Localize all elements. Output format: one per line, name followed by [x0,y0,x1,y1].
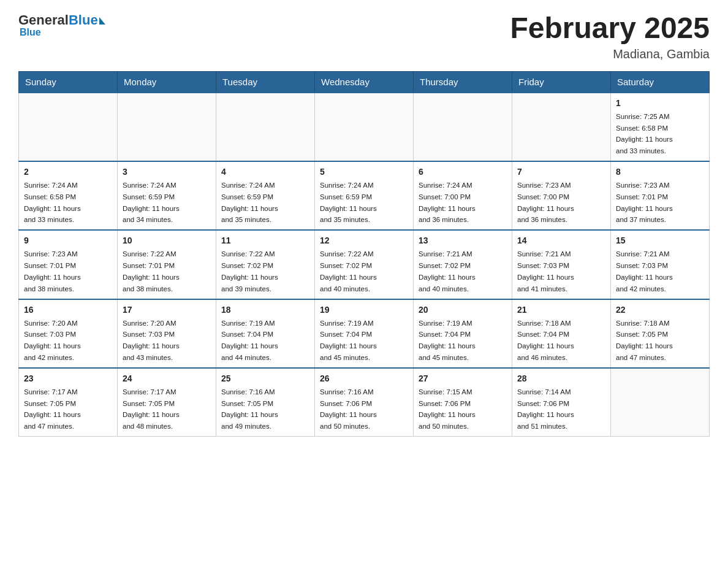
logo: General Blue Blue [18,12,105,38]
logo-arrow-icon [99,17,105,25]
day-info: Sunrise: 7:23 AMSunset: 7:00 PMDaylight:… [517,182,574,223]
day-info: Sunrise: 7:19 AMSunset: 7:04 PMDaylight:… [221,320,278,361]
day-info: Sunrise: 7:19 AMSunset: 7:04 PMDaylight:… [320,320,377,361]
day-header-saturday: Saturday [611,71,710,93]
day-number: 11 [221,234,309,247]
day-number: 26 [320,372,408,385]
calendar-cell: 6Sunrise: 7:24 AMSunset: 7:00 PMDaylight… [414,161,512,230]
month-title: February 2025 [510,12,710,45]
title-block: February 2025 Madiana, Gambia [510,12,710,61]
calendar-cell: 8Sunrise: 7:23 AMSunset: 7:01 PMDaylight… [611,161,710,230]
day-number: 18 [221,304,309,316]
day-info: Sunrise: 7:15 AMSunset: 7:06 PMDaylight:… [419,388,476,430]
day-info: Sunrise: 7:24 AMSunset: 7:00 PMDaylight:… [419,182,476,223]
calendar-cell: 20Sunrise: 7:19 AMSunset: 7:04 PMDayligh… [414,299,512,368]
calendar-cell: 14Sunrise: 7:21 AMSunset: 7:03 PMDayligh… [512,230,611,299]
calendar-cell: 1Sunrise: 7:25 AMSunset: 6:58 PMDaylight… [611,93,710,161]
day-info: Sunrise: 7:20 AMSunset: 7:03 PMDaylight:… [24,320,81,361]
calendar-cell: 22Sunrise: 7:18 AMSunset: 7:05 PMDayligh… [611,299,710,368]
day-header-sunday: Sunday [19,71,118,93]
day-info: Sunrise: 7:16 AMSunset: 7:06 PMDaylight:… [320,388,377,430]
day-header-thursday: Thursday [414,71,512,93]
day-number: 25 [221,372,309,385]
calendar-week-5: 23Sunrise: 7:17 AMSunset: 7:05 PMDayligh… [19,368,710,437]
calendar-cell: 28Sunrise: 7:14 AMSunset: 7:06 PMDayligh… [512,368,611,437]
day-info: Sunrise: 7:16 AMSunset: 7:05 PMDaylight:… [221,388,278,430]
day-number: 6 [419,166,507,178]
day-header-tuesday: Tuesday [216,71,315,93]
logo-general: General [18,12,69,28]
day-info: Sunrise: 7:17 AMSunset: 7:05 PMDaylight:… [123,388,180,430]
day-info: Sunrise: 7:18 AMSunset: 7:04 PMDaylight:… [517,320,574,361]
calendar-cell [611,368,710,437]
calendar-cell: 13Sunrise: 7:21 AMSunset: 7:02 PMDayligh… [414,230,512,299]
day-number: 12 [320,234,408,247]
calendar-cell: 17Sunrise: 7:20 AMSunset: 7:03 PMDayligh… [118,299,216,368]
day-info: Sunrise: 7:24 AMSunset: 6:59 PMDaylight:… [221,182,278,223]
page-header: General Blue Blue February 2025 Madiana,… [18,12,710,61]
calendar-cell [19,93,118,161]
day-number: 23 [24,372,112,385]
calendar-cell [512,93,611,161]
day-number: 28 [517,372,605,385]
day-number: 21 [517,304,605,316]
day-number: 5 [320,166,408,178]
day-number: 19 [320,304,408,316]
day-number: 27 [419,372,507,385]
location-label: Madiana, Gambia [510,47,710,61]
day-info: Sunrise: 7:21 AMSunset: 7:03 PMDaylight:… [616,250,673,292]
day-number: 20 [419,304,507,316]
calendar-cell: 4Sunrise: 7:24 AMSunset: 6:59 PMDaylight… [216,161,315,230]
day-info: Sunrise: 7:21 AMSunset: 7:02 PMDaylight:… [419,250,476,292]
day-number: 24 [123,372,211,385]
calendar-week-3: 9Sunrise: 7:23 AMSunset: 7:01 PMDaylight… [19,230,710,299]
calendar-cell: 16Sunrise: 7:20 AMSunset: 7:03 PMDayligh… [19,299,118,368]
day-info: Sunrise: 7:22 AMSunset: 7:02 PMDaylight:… [221,250,278,292]
day-number: 4 [221,166,309,178]
day-number: 17 [123,304,211,316]
calendar-cell: 27Sunrise: 7:15 AMSunset: 7:06 PMDayligh… [414,368,512,437]
day-info: Sunrise: 7:24 AMSunset: 6:59 PMDaylight:… [123,182,180,223]
header-row: SundayMondayTuesdayWednesdayThursdayFrid… [19,71,710,93]
calendar-header: SundayMondayTuesdayWednesdayThursdayFrid… [19,71,710,93]
day-info: Sunrise: 7:19 AMSunset: 7:04 PMDaylight:… [419,320,476,361]
day-number: 16 [24,304,112,316]
calendar-cell [414,93,512,161]
day-number: 8 [616,166,704,178]
day-info: Sunrise: 7:23 AMSunset: 7:01 PMDaylight:… [616,182,673,223]
day-info: Sunrise: 7:20 AMSunset: 7:03 PMDaylight:… [123,320,180,361]
calendar-cell: 21Sunrise: 7:18 AMSunset: 7:04 PMDayligh… [512,299,611,368]
calendar-cell: 10Sunrise: 7:22 AMSunset: 7:01 PMDayligh… [118,230,216,299]
calendar-cell: 18Sunrise: 7:19 AMSunset: 7:04 PMDayligh… [216,299,315,368]
day-info: Sunrise: 7:23 AMSunset: 7:01 PMDaylight:… [24,250,81,292]
day-info: Sunrise: 7:22 AMSunset: 7:01 PMDaylight:… [123,250,180,292]
calendar-cell: 26Sunrise: 7:16 AMSunset: 7:06 PMDayligh… [315,368,414,437]
day-number: 10 [123,234,211,247]
logo-blue: Blue [69,12,98,28]
calendar-cell: 3Sunrise: 7:24 AMSunset: 6:59 PMDaylight… [118,161,216,230]
calendar-week-1: 1Sunrise: 7:25 AMSunset: 6:58 PMDaylight… [19,93,710,161]
calendar-cell: 9Sunrise: 7:23 AMSunset: 7:01 PMDaylight… [19,230,118,299]
day-number: 14 [517,234,605,247]
calendar-cell: 25Sunrise: 7:16 AMSunset: 7:05 PMDayligh… [216,368,315,437]
day-info: Sunrise: 7:25 AMSunset: 6:58 PMDaylight:… [616,113,673,155]
calendar-cell: 12Sunrise: 7:22 AMSunset: 7:02 PMDayligh… [315,230,414,299]
calendar-body: 1Sunrise: 7:25 AMSunset: 6:58 PMDaylight… [19,93,710,437]
day-number: 3 [123,166,211,178]
calendar-week-2: 2Sunrise: 7:24 AMSunset: 6:58 PMDaylight… [19,161,710,230]
day-number: 15 [616,234,704,247]
day-number: 1 [616,97,704,110]
calendar-cell: 15Sunrise: 7:21 AMSunset: 7:03 PMDayligh… [611,230,710,299]
day-number: 7 [517,166,605,178]
calendar-cell [216,93,315,161]
day-header-monday: Monday [118,71,216,93]
logo-subtitle: Blue [20,27,41,38]
calendar-cell: 24Sunrise: 7:17 AMSunset: 7:05 PMDayligh… [118,368,216,437]
calendar-cell: 5Sunrise: 7:24 AMSunset: 6:59 PMDaylight… [315,161,414,230]
day-number: 2 [24,166,112,178]
day-header-wednesday: Wednesday [315,71,414,93]
calendar-week-4: 16Sunrise: 7:20 AMSunset: 7:03 PMDayligh… [19,299,710,368]
day-number: 22 [616,304,704,316]
day-info: Sunrise: 7:24 AMSunset: 6:59 PMDaylight:… [320,182,377,223]
day-header-friday: Friday [512,71,611,93]
